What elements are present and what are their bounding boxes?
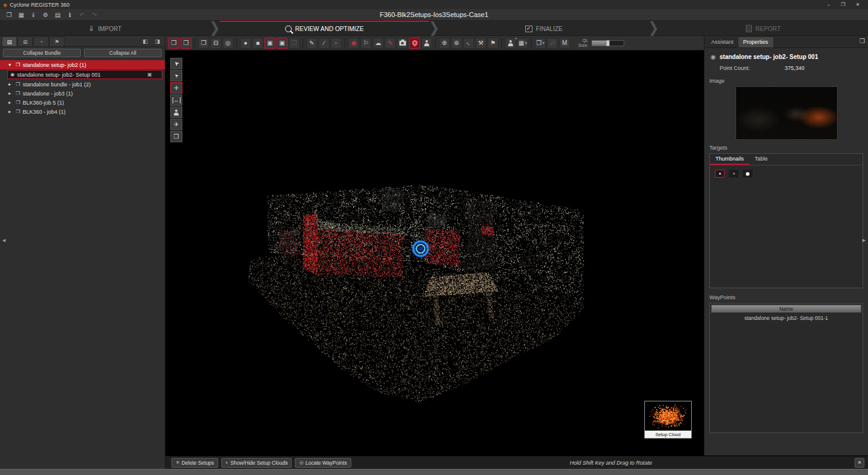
image-view-alt-icon[interactable]: ▣: [277, 38, 288, 49]
add-camera-icon[interactable]: [397, 38, 408, 49]
tab-thumbnails[interactable]: Thumbnails: [710, 154, 749, 165]
open-project-icon[interactable]: ❒: [4, 10, 15, 19]
tree-item-label: BLK360-job 5 (1): [22, 100, 64, 106]
cube-view-tool[interactable]: ❒: [170, 131, 182, 142]
tab-project-files[interactable]: ▤: [2, 36, 17, 46]
layers-icon[interactable]: ⊟: [210, 38, 221, 49]
sphere-view-icon[interactable]: ⊕: [439, 38, 450, 49]
delete-setups-label: Delete Setups: [182, 460, 214, 466]
add-waypoint-icon[interactable]: [409, 38, 420, 49]
ql-size-slider[interactable]: [591, 40, 624, 46]
image-section-label: Image: [704, 73, 868, 85]
tab-links[interactable]: ⊞: [18, 36, 33, 46]
collapse-all-button[interactable]: Collapse All: [84, 49, 162, 57]
list-view-icon[interactable]: ▤: [52, 10, 63, 19]
plane-view-icon[interactable]: ■: [252, 38, 263, 49]
slice-icon[interactable]: ∕: [319, 38, 329, 49]
tab-tags[interactable]: ⚑: [49, 36, 64, 46]
tab-assistant[interactable]: Assistant: [706, 37, 739, 47]
add-cloud-icon[interactable]: ☁: [373, 38, 384, 49]
setup-cloud-inset[interactable]: Setup Cloud: [644, 401, 692, 439]
workflow-step-report[interactable]: REPORT: [658, 21, 868, 35]
setup-cloud-thumbnail[interactable]: [645, 401, 691, 431]
waypoints-section-label: WayPoints: [704, 290, 868, 302]
image-view-icon[interactable]: ▣: [264, 38, 275, 49]
fit-extents-tool[interactable]: ↔: [170, 94, 182, 106]
tree-item-setup-001[interactable]: ◉ standalone setup- job2- Setup 001 ▣: [7, 70, 162, 79]
close-view-icon[interactable]: ❐: [181, 38, 191, 49]
point-count-value: 375,340: [785, 65, 805, 71]
close-button[interactable]: ✕: [850, 0, 865, 9]
tree-item-blk360-job5[interactable]: ▸ ❒ BLK360-job 5 (1): [0, 98, 165, 107]
workflow-step-import[interactable]: ⇓ IMPORT: [0, 21, 210, 35]
tools-icon[interactable]: ⚒: [475, 38, 486, 49]
pick-point-icon[interactable]: ➤: [331, 38, 342, 49]
add-target-icon[interactable]: ◉: [348, 38, 359, 49]
person-view-tool[interactable]: [170, 106, 182, 118]
target-thumbnail-2[interactable]: [729, 170, 739, 178]
dual-view-icon[interactable]: ❐: [289, 38, 300, 49]
cube-axes-icon[interactable]: ❒▾: [535, 38, 546, 49]
setup-cloud-label: Setup Cloud: [645, 431, 691, 438]
swap-views-icon[interactable]: ⇄: [547, 38, 558, 49]
waypoint-row[interactable]: standalone setup- job2- Setup 001-1: [710, 314, 863, 322]
person-waypoint-icon[interactable]: [421, 38, 432, 49]
grid-menu-icon[interactable]: ▦▾: [517, 38, 528, 49]
point-cloud-canvas[interactable]: [165, 50, 704, 456]
tree-item-bundle-job1[interactable]: ▸ ❒ standalone bundle - job1 (2): [0, 80, 165, 89]
delete-setups-button[interactable]: ✕ Delete Setups: [171, 458, 218, 468]
target-thumbnail-3[interactable]: [743, 170, 753, 178]
zoom-window-icon[interactable]: ◎: [222, 38, 233, 49]
sphere-link-icon[interactable]: ⊛: [451, 38, 462, 49]
waypoints-name-header[interactable]: Name: [711, 305, 861, 313]
locate-waypoints-button[interactable]: ◎ Locate WayPoints: [295, 458, 351, 468]
save-project-icon[interactable]: ▦: [16, 10, 27, 19]
info-icon[interactable]: ℹ: [64, 10, 75, 19]
workflow-step-review[interactable]: REVIEW AND OPTIMIZE: [219, 21, 429, 35]
settings-gear-icon[interactable]: ⚙: [40, 10, 51, 19]
maximize-button[interactable]: ❐: [836, 0, 850, 9]
rect-select-tool[interactable]: ➤: [170, 70, 182, 81]
expand-view-icon[interactable]: ↔: [463, 38, 474, 49]
minimize-button[interactable]: –: [821, 0, 836, 9]
undo-icon[interactable]: ↶: [77, 10, 88, 19]
pan-move-tool[interactable]: ✛: [170, 82, 182, 94]
camera-icon: [399, 41, 406, 46]
tree-item-blk360-job4[interactable]: ▸ ❒ BLK360 - job4 (1): [0, 107, 165, 116]
slider-handle[interactable]: [606, 40, 610, 46]
tree-item-job3[interactable]: ▸ ❒ standalone - job3 (1): [0, 89, 165, 98]
close-hint-button[interactable]: ✕: [855, 458, 864, 468]
tab-table[interactable]: Table: [749, 154, 774, 165]
caret-right-icon[interactable]: ▸: [9, 109, 13, 114]
show-hide-setup-clouds-button[interactable]: ◐ Show/Hide Setup Clouds: [221, 458, 292, 468]
caret-right-icon[interactable]: ▸: [9, 100, 13, 105]
import-icon[interactable]: ⇓: [28, 10, 39, 19]
pano-view-icon[interactable]: ●: [240, 38, 251, 49]
setup-image-thumbnail[interactable]: [735, 86, 838, 140]
add-person-icon[interactable]: +: [505, 38, 516, 49]
undock-panel-icon[interactable]: ❐: [859, 38, 865, 44]
caret-down-icon[interactable]: ▾: [9, 62, 13, 68]
tree-item-setup-job2[interactable]: ▾ ❒ standalone setup- job2 (1): [0, 60, 165, 69]
tab-properties[interactable]: Properties: [739, 37, 773, 47]
caret-right-icon[interactable]: ▸: [9, 91, 13, 96]
workflow-step-finalize[interactable]: ✔ FINALIZE: [439, 21, 649, 35]
target-thumbnail-1[interactable]: [715, 170, 725, 178]
collapse-left-panel-handle[interactable]: ◄: [1, 237, 7, 243]
meters-unit-icon[interactable]: M: [559, 38, 570, 49]
markup-pencil-icon[interactable]: ✎: [385, 38, 396, 49]
copy-view-icon[interactable]: ❐: [198, 38, 209, 49]
caret-right-icon[interactable]: ▸: [9, 81, 13, 87]
panel-action-left-icon[interactable]: ◧: [140, 37, 151, 46]
collapse-bundle-button[interactable]: Collapse Bundle: [3, 49, 81, 57]
select-cursor-tool[interactable]: ➤: [170, 58, 182, 69]
flag-icon[interactable]: ⚑: [487, 38, 498, 49]
add-tag-icon[interactable]: ⚐: [360, 38, 371, 49]
new-view-icon[interactable]: ❐: [168, 38, 179, 49]
panel-action-right-icon[interactable]: ◨: [152, 37, 163, 46]
fence-draw-icon[interactable]: ✎: [306, 38, 317, 49]
redo-icon[interactable]: ↷: [89, 10, 100, 19]
tab-history[interactable]: ◔: [33, 36, 49, 46]
fly-navigation-tool[interactable]: ✈: [170, 119, 182, 130]
expand-right-panel-handle[interactable]: ►: [861, 237, 867, 243]
